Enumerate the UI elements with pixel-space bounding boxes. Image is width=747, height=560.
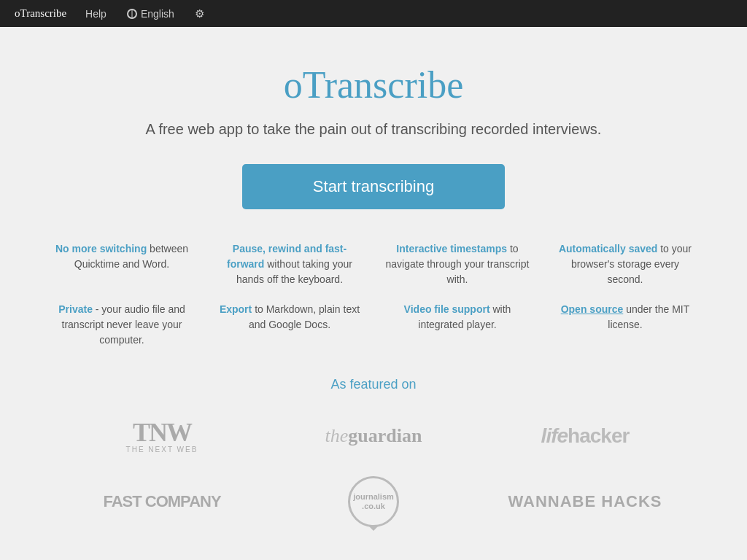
feature-export: Export to Markdown, plain text and Googl…: [209, 302, 370, 348]
logo-journalism: journalism.co.uk: [279, 472, 468, 531]
logo-guardian: theguardian: [279, 407, 468, 465]
navbar: oTranscribe Help English ⚙: [0, 0, 747, 27]
feature-auto-saved: Automatically saved to your browser's st…: [545, 241, 705, 287]
nav-brand[interactable]: oTranscribe: [6, 7, 75, 20]
feature-title-5: Private: [58, 303, 93, 315]
featured-title: As featured on: [60, 377, 687, 392]
lifehacker-logo-text: lifehacker: [541, 424, 630, 448]
main-content: oTranscribe A free web app to take the p…: [0, 27, 747, 560]
logos-grid: TNW THE NEXT WEB theguardian lifehacker …: [60, 407, 687, 531]
logo-fastcompany: FAST COMPANY: [67, 472, 257, 531]
tnw-logo-text: TNW: [126, 419, 198, 446]
feature-title-8[interactable]: Open source: [561, 303, 624, 315]
feature-title-7: Video file support: [404, 303, 490, 315]
journalism-logo-circle: journalism.co.uk: [348, 476, 399, 527]
feature-video: Video file support with integrated playe…: [377, 302, 538, 348]
feature-title-3: Interactive timestamps: [396, 243, 507, 254]
logo-lifehacker: lifehacker: [490, 407, 680, 465]
feature-private: Private - your audio file and transcript…: [42, 302, 202, 348]
logo-tnw: TNW THE NEXT WEB: [67, 407, 257, 465]
globe-icon: [127, 9, 137, 19]
feature-opensource: Open source under the MIT license.: [545, 302, 705, 348]
start-transcribing-button[interactable]: Start transcribing: [242, 164, 505, 209]
nav-settings[interactable]: ⚙: [185, 0, 214, 27]
tagline: A free web app to take the pain out of t…: [146, 121, 602, 138]
logo-wannabehacks: WANNABE HACKS: [490, 472, 680, 531]
featured-section: As featured on TNW THE NEXT WEB theguard…: [60, 377, 687, 553]
feature-timestamps: Interactive timestamps to navigate throu…: [377, 241, 538, 287]
feature-body-6: to Markdown, plain text and Google Docs.: [249, 303, 360, 330]
app-title: oTranscribe: [284, 63, 464, 106]
guardian-logo-text: theguardian: [325, 425, 422, 447]
nav-language[interactable]: English: [117, 0, 185, 27]
fastcompany-logo-text: FAST COMPANY: [103, 492, 220, 511]
wannabehacks-logo-text: WANNABE HACKS: [508, 492, 662, 511]
feature-title-4: Automatically saved: [559, 243, 657, 254]
nav-help[interactable]: Help: [75, 0, 117, 27]
feature-no-switching: No more switching between Quicktime and …: [42, 241, 202, 287]
feature-title-1: No more switching: [55, 243, 147, 254]
feature-title-6: Export: [220, 303, 252, 315]
features-grid: No more switching between Quicktime and …: [42, 241, 705, 348]
tnw-sub-text: THE NEXT WEB: [126, 446, 198, 454]
feature-pause-rewind: Pause, rewind and fast-forward without t…: [209, 241, 370, 287]
